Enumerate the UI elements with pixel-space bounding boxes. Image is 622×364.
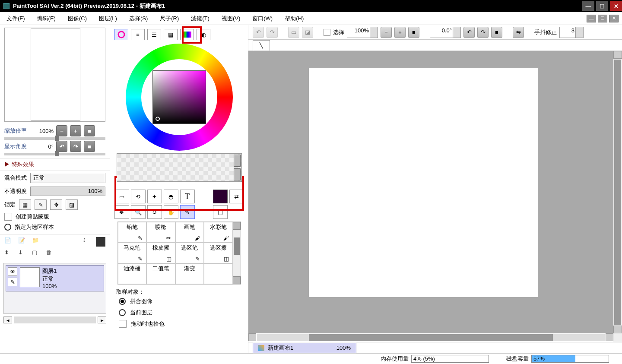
brush-watercolor[interactable]: 水彩笔🖌 [204,222,233,243]
brush-eraser[interactable]: 橡皮擦◫ [146,243,175,263]
flatten-button[interactable]: ⬇ [18,249,28,259]
menu-filter[interactable]: 滤镜(T) [191,15,209,22]
menu-layer[interactable]: 图层(L) [99,15,117,22]
horizontal-scrollbar[interactable] [248,333,613,342]
line-tool-tab[interactable]: ╲ [253,40,270,51]
undo-button[interactable]: ↶ [253,27,264,38]
maximize-button[interactable]: ☐ [596,1,608,11]
deselect-button[interactable]: ▭ [288,27,299,38]
brush-scroll-down[interactable] [233,276,241,284]
layer-scroll-right[interactable]: ▸ [98,317,106,323]
lock-move-button[interactable]: ✥ [50,199,62,210]
select-checkbox[interactable] [324,29,330,36]
rotate-ccw-button[interactable]: ↶ [56,141,67,152]
navigator-preview[interactable] [4,28,105,122]
canvas-zoom-out[interactable]: − [381,27,392,38]
opacity-slider[interactable]: 100% [30,187,105,196]
zoom-in-button[interactable]: + [70,125,81,136]
brush-brush[interactable]: 画笔🖌 [175,222,204,243]
canvas-zoom-reset[interactable]: ■ [408,27,419,38]
brush-scroll-up[interactable] [233,222,241,230]
canvas-rotate-ccw[interactable]: ↶ [463,27,475,38]
menu-image[interactable]: 图像(C) [68,15,87,22]
canvas-rotate-reset[interactable]: ■ [491,27,502,38]
new-folder-button[interactable]: 📁 [32,237,41,247]
sample-current-radio[interactable] [119,309,126,316]
brush-gradient[interactable]: 渐变 [175,263,204,284]
lock-alpha-button[interactable]: ▨ [66,199,78,210]
child-close-button[interactable]: ✕ [609,15,619,22]
brush-selerase[interactable]: 选区擦◫ [204,243,233,263]
brush-marker[interactable]: 马克笔✎ [118,243,147,263]
lock-all-button[interactable]: ▦ [19,199,31,210]
rotate-reset-button[interactable]: ■ [84,141,95,152]
flip-h-button[interactable]: ⇋ [513,27,524,38]
gray-slider-tab[interactable]: ▤ [164,29,178,40]
canvas-zoom-in[interactable]: + [394,27,406,38]
selection-sample-radio[interactable] [4,224,11,231]
swatch-scroll-up[interactable] [234,155,241,167]
delete-layer-button[interactable]: 🗑 [46,249,55,259]
brush-selpen[interactable]: 选区笔✎ [175,243,204,263]
zoom-out-button[interactable]: − [56,125,67,136]
brush-pencil[interactable]: 铅笔✎ [118,222,147,243]
hsv-slider-tab[interactable]: ☰ [147,29,161,40]
clear-layer-button[interactable]: ▢ [32,249,41,259]
sample-merged-radio[interactable] [119,298,126,305]
menu-ruler[interactable]: 尺子(R) [160,15,179,22]
select-label: 选择 [333,28,344,36]
color-wheel[interactable] [126,44,233,151]
window-title: PaintTool SAI Ver.2 (64bit) Preview.2019… [13,2,165,10]
brush-scroll-thumb[interactable] [234,237,240,255]
brush-bucket[interactable]: 油漆桶 [118,263,147,284]
menu-window[interactable]: 窗口(W) [252,15,273,22]
canvas-document[interactable] [309,68,538,297]
swatch-scroll-down[interactable] [234,168,241,180]
brush-airbrush[interactable]: 喷枪✏ [146,222,175,243]
vertical-scrollbar[interactable] [613,51,622,333]
rgb-slider-tab[interactable]: ≡ [131,29,145,40]
blend-mode-select[interactable]: 正常 [30,173,105,183]
new-layer-button[interactable]: 📄 [4,237,14,247]
brush-empty[interactable] [204,263,233,284]
menu-help[interactable]: 帮助(H) [285,15,304,22]
canvas-zoom-input[interactable]: 100% [347,27,378,38]
transfer-down-button[interactable]: ⤸ [82,237,92,247]
color-wheel-tab[interactable] [114,29,128,40]
invert-sel-button[interactable]: ◪ [302,27,313,38]
close-button[interactable]: ✕ [610,1,622,11]
drag-pick-checkbox[interactable] [119,320,127,328]
new-linework-button[interactable]: 📝 [18,237,28,247]
menu-file[interactable]: 文件(F) [6,15,25,22]
blend-label: 混合模式 [4,174,27,182]
layer-scroll-left[interactable]: ◂ [3,317,12,323]
clip-mask-checkbox[interactable] [4,213,12,221]
minimize-button[interactable]: — [582,1,594,11]
menu-select[interactable]: 选择(S) [129,15,148,22]
lock-draw-button[interactable]: ✎ [35,199,47,210]
child-restore-button[interactable]: ☐ [598,15,607,22]
visibility-toggle[interactable]: 👁 [8,267,17,276]
canvas-rotate-cw[interactable]: ↷ [477,27,489,38]
mask-button[interactable] [96,237,105,247]
zoom-reset-button[interactable]: ■ [84,125,95,136]
canvas-panel: ↶ ↷ ▭ ◪ 选择 100% − + ■ 0.0° ↶ ↷ ■ ⇋ 手抖修正 … [248,25,622,353]
brush-binary[interactable]: 二值笔 [146,263,175,284]
canvas-viewport[interactable] [248,51,613,333]
layer-item[interactable]: 👁 ✎ 图层1 正常 100% [6,265,104,291]
menu-edit[interactable]: 编辑(E) [37,15,56,22]
merge-button[interactable]: ⬍ [4,249,14,259]
rotate-cw-button[interactable]: ↷ [70,141,81,152]
swatch-panel[interactable] [117,153,242,182]
menu-view[interactable]: 视图(V) [222,15,240,22]
doc-icon [258,345,264,351]
stabilizer-input[interactable]: 3 [559,27,584,38]
special-effects-toggle[interactable]: ▶ 特殊效果 [0,158,110,171]
document-tab[interactable]: 新建画布1 100% [253,343,356,353]
canvas-angle-input[interactable]: 0.0° [430,27,461,38]
svg-point-0 [118,32,124,38]
child-minimize-button[interactable]: — [587,15,596,22]
edit-toggle[interactable]: ✎ [8,278,17,286]
zoom-label: 缩放倍率 [4,127,30,135]
redo-button[interactable]: ↷ [267,27,278,38]
